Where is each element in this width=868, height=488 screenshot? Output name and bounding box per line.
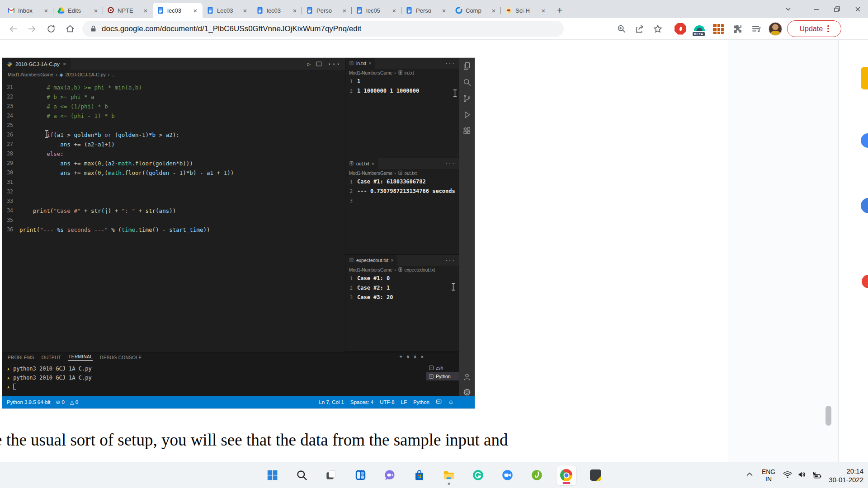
share-icon[interactable] [631, 20, 649, 38]
browser-tab-7-lec05[interactable]: lec05× [352, 3, 401, 18]
panel-tab-in.txt: in.txt× [345, 58, 375, 69]
reload-button[interactable] [42, 19, 61, 38]
code-text: if(a1 > golden*b or (golden-1)*b > a2): [19, 130, 179, 140]
bookmark-star-icon[interactable] [649, 20, 667, 38]
taskbar-apps [263, 465, 606, 485]
vscode-activity-bar [459, 58, 475, 396]
tab-title: Edits [68, 7, 90, 14]
clock[interactable]: 20:14 30-01-2022 [829, 467, 863, 484]
tasks-icon[interactable] [861, 198, 868, 213]
new-tab-button[interactable]: + [553, 4, 566, 17]
line-number: 33 [2, 197, 19, 206]
wall-extension-icon[interactable] [711, 22, 726, 36]
widgets-taskbar-button[interactable] [351, 465, 371, 485]
browser-tab-8-perso[interactable]: Perso× [401, 3, 451, 18]
update-button[interactable]: Update [787, 20, 841, 37]
browser-tab-1-edits[interactable]: Edits× [53, 3, 103, 18]
browser-tab-3-lec03[interactable]: lec03× [153, 3, 203, 18]
browser-tab-4-lec03[interactable]: Lec03× [203, 3, 252, 18]
docs-page[interactable]: 2010-GCJ-1A-C.py × ▷ ··· Mod1-NumbersGam… [0, 40, 868, 462]
line-number: 27 [2, 140, 19, 149]
python-icon [7, 61, 12, 67]
browser-tab-strip: Inbox×Edits×NPTE×lec03×Lec03×lec03×Perso… [0, 0, 868, 18]
browser-menu-dots-icon[interactable] [827, 25, 829, 33]
green-j-app-taskbar-button[interactable] [527, 465, 547, 485]
browser-tab-6-perso[interactable]: Perso× [302, 3, 352, 18]
vscode-screenshot-image[interactable]: 2010-GCJ-1A-C.py × ▷ ··· Mod1-NumbersGam… [2, 58, 475, 408]
tab-title: Lec03 [217, 7, 240, 14]
calendar-icon[interactable] [861, 133, 868, 148]
back-button[interactable] [4, 19, 23, 38]
terminal-tab-output: OUTPUT [42, 355, 61, 360]
tab-close-icon[interactable]: × [241, 7, 249, 14]
browser-tab-9-comp[interactable]: Comp× [451, 3, 501, 18]
python-version-label: Python 3.9.5 64-bit [7, 399, 51, 405]
restore-button[interactable] [826, 0, 847, 18]
vscode-editor-column: 2010-GCJ-1A-C.py × ▷ ··· Mod1-NumbersGam… [2, 58, 345, 352]
code-line: 28else: [2, 149, 345, 159]
close-panel-icon: × [420, 354, 424, 360]
code-text: ans += max(0,(a2-math.floor(golden*b))) [19, 159, 193, 168]
browser-tab-10-sci-h[interactable]: Sci-H× [501, 3, 551, 18]
panel-more-actions-icon: ··· [445, 258, 459, 263]
prompt-star-icon: ★ [7, 366, 10, 372]
file-explorer-taskbar-button[interactable] [439, 465, 459, 485]
scrollbar-thumb[interactable] [826, 406, 831, 426]
code-text: # a <= (1/phi) * b [19, 102, 108, 111]
adblock-extension-icon[interactable] [673, 22, 688, 36]
line-number: 1 [345, 274, 357, 283]
tab-close-icon[interactable]: × [142, 7, 149, 14]
chrome-taskbar-button[interactable] [557, 465, 576, 485]
line-number: 34 [2, 206, 19, 216]
reading-list-icon[interactable] [749, 22, 764, 36]
beta-extension-icon[interactable]: BETA [692, 22, 707, 36]
forward-button[interactable] [23, 19, 42, 38]
language-indicator[interactable]: ENG IN [762, 468, 775, 483]
home-button[interactable] [61, 19, 80, 38]
browser-toolbar: docs.google.com/document/d/1_PlbC6USs0Gf… [0, 18, 868, 40]
keep-icon[interactable] [861, 67, 868, 89]
tab-close-icon[interactable]: × [391, 7, 398, 14]
tab-close-icon[interactable]: × [42, 7, 50, 14]
extensions-row: BETA [673, 22, 783, 36]
maps-icon[interactable] [862, 275, 868, 288]
system-status-icons[interactable] [783, 469, 821, 481]
document-text[interactable]: e the usual sort of setup, you will see … [0, 430, 508, 450]
task-view-taskbar-button[interactable] [321, 465, 341, 485]
extensions-puzzle-icon[interactable] [730, 22, 745, 36]
browser-tab-5-lec03[interactable]: lec03× [252, 3, 302, 18]
search-taskbar-button[interactable] [292, 465, 312, 485]
tab-close-icon[interactable]: × [440, 7, 448, 14]
tab-close-icon[interactable]: × [192, 7, 199, 14]
close-window-button[interactable] [847, 0, 868, 18]
tray-chevron-up-icon[interactable] [745, 469, 755, 481]
line-number: 31 [2, 178, 19, 187]
grammarly-taskbar-button[interactable] [468, 465, 488, 485]
omnibox[interactable]: docs.google.com/document/d/1_PlbC6USs0Gf… [82, 21, 564, 37]
browser-tab-2-npte[interactable]: NPTE× [103, 3, 153, 18]
tab-close-icon[interactable]: × [291, 7, 298, 14]
mouse-cursor-ibeam [45, 130, 49, 140]
tab-search-chevron-icon[interactable] [778, 0, 798, 18]
tab-close-icon[interactable]: × [490, 7, 497, 14]
store-taskbar-button[interactable] [410, 465, 429, 485]
minimize-button[interactable] [806, 0, 826, 18]
profile-avatar[interactable] [768, 22, 783, 36]
browser-tab-0-inbox[interactable]: Inbox× [4, 3, 53, 18]
code-line: 22# b >= phi * a [2, 92, 345, 102]
url-text[interactable]: docs.google.com/document/d/1_PlbC6USs0Gf… [102, 24, 361, 33]
maximize-panel-icon: ∧ [414, 354, 417, 360]
page-zoom-icon[interactable] [613, 20, 631, 38]
side-panel-rail [839, 40, 868, 462]
zoom-app-taskbar-button[interactable] [498, 465, 518, 485]
prompt-star-icon: ★ [7, 384, 10, 390]
notes-app-taskbar-button[interactable] [586, 465, 606, 485]
tab-close-icon[interactable]: × [92, 7, 99, 14]
start-taskbar-button[interactable] [263, 465, 283, 485]
tab-close-icon[interactable]: × [540, 7, 547, 14]
panel-tab-close-icon: × [368, 61, 371, 66]
breadcrumb-file: out.txt [405, 171, 417, 176]
tab-close-icon[interactable]: × [341, 7, 348, 14]
errors-indicator: ⊘ 0 [56, 399, 65, 405]
chat-taskbar-button[interactable] [380, 465, 400, 485]
